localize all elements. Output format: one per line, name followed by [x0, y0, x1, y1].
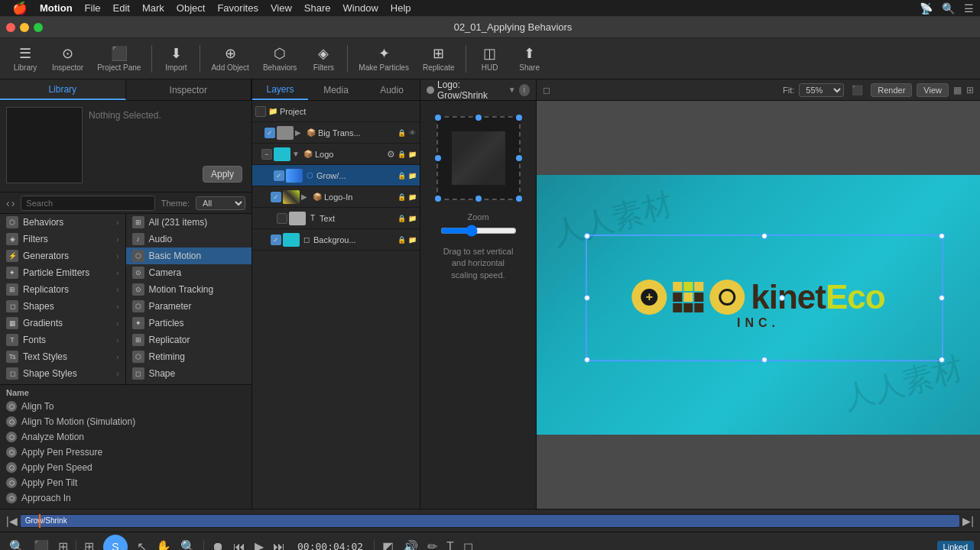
- close-button[interactable]: [6, 23, 15, 32]
- background-visibility-checkbox[interactable]: ✓: [271, 235, 281, 245]
- sel-handle-bc[interactable]: [761, 357, 767, 363]
- name-item-apply-pen-pressure[interactable]: ⬡ Apply Pen Pressure: [6, 445, 245, 460]
- control-point-mr[interactable]: [516, 155, 522, 161]
- bottom-prev-frame-button[interactable]: ⏮: [230, 539, 248, 551]
- list-item-parameter[interactable]: ⬡ Parameter: [126, 298, 252, 315]
- tab-audio[interactable]: Audio: [364, 79, 420, 100]
- timeline-end-button[interactable]: ▶|: [962, 515, 974, 527]
- menu-view[interactable]: View: [264, 0, 298, 17]
- list-item-text-styles[interactable]: Ts Text Styles ›: [0, 348, 125, 365]
- list-item-fonts[interactable]: T Fonts ›: [0, 332, 125, 348]
- list-item-particles[interactable]: ✦ Particles: [126, 315, 252, 332]
- bottom-pencil-button[interactable]: ✏: [424, 538, 440, 550]
- bottom-audio-button[interactable]: 🔊: [400, 538, 421, 550]
- layer-row-logo[interactable]: − ▼ 📦 Logo ⚙ 🔒 📁: [252, 144, 420, 165]
- big-trans-eye-icon[interactable]: 👁: [407, 128, 417, 138]
- control-point-br[interactable]: [516, 196, 522, 202]
- bottom-shape-button[interactable]: ◻: [460, 538, 476, 550]
- big-trans-expand-icon[interactable]: ▶: [295, 128, 304, 137]
- toolbar-share[interactable]: ⬆ Share: [511, 42, 549, 75]
- menu-window[interactable]: Window: [337, 0, 385, 17]
- name-item-apply-pen-speed[interactable]: ⬡ Apply Pen Speed: [6, 460, 245, 475]
- tab-layers[interactable]: Layers: [252, 79, 308, 100]
- menu-motion[interactable]: Motion: [34, 0, 79, 17]
- toolbar-filters[interactable]: ◈ Filters: [304, 42, 342, 75]
- list-item-replicators[interactable]: ⊞ Replicators ›: [0, 281, 125, 298]
- control-point-tl[interactable]: [435, 115, 441, 121]
- view-button[interactable]: View: [917, 83, 949, 97]
- name-item-approach-in[interactable]: ⬡ Approach In: [6, 490, 245, 506]
- list-item-filters[interactable]: ◈ Filters ›: [0, 231, 125, 247]
- big-trans-visibility-checkbox[interactable]: ✓: [264, 128, 275, 138]
- apple-menu[interactable]: 🍎: [6, 0, 34, 17]
- text-visibility-checkbox[interactable]: [277, 213, 287, 224]
- bottom-zoom-canvas-button[interactable]: 🔍: [177, 538, 199, 550]
- behavior-dropdown-icon[interactable]: ▼: [508, 86, 516, 94]
- bottom-hand-button[interactable]: ✋: [153, 538, 174, 550]
- list-item-retiming[interactable]: ⬡ Retiming: [126, 348, 252, 365]
- list-item-motion-tracking[interactable]: ⊙ Motion Tracking: [126, 281, 252, 298]
- list-item-basic-motion[interactable]: ⬡ Basic Motion: [126, 247, 252, 264]
- menu-favorites[interactable]: Favorites: [211, 0, 264, 17]
- toolbar-make-particles[interactable]: ✦ Make Particles: [352, 42, 415, 75]
- bottom-play-button[interactable]: ▶: [251, 538, 267, 550]
- logo-gear-icon[interactable]: ⚙: [387, 149, 395, 160]
- menu-object[interactable]: Object: [170, 0, 212, 17]
- timeline-start-button[interactable]: |◀: [6, 515, 18, 527]
- list-item-generators[interactable]: ⚡ Generators ›: [0, 247, 125, 264]
- layer-row-big-trans[interactable]: ✓ ▶ 📦 Big Trans... 🔒 👁: [252, 122, 420, 144]
- timeline-playhead[interactable]: [39, 514, 41, 528]
- grow-shrink-visibility-checkbox[interactable]: ✓: [274, 170, 284, 181]
- behavior-info-button[interactable]: i: [519, 84, 530, 96]
- bottom-text-button[interactable]: T: [443, 539, 457, 551]
- layer-row-background[interactable]: ✓ ◻ Backgrou... 🔒 📁: [252, 229, 420, 251]
- bottom-next-frame-button[interactable]: ⏭: [270, 539, 288, 551]
- logo-in-expand-icon[interactable]: ▶: [301, 192, 310, 201]
- name-item-apply-pen-tilt[interactable]: ⬡ Apply Pen Tilt: [6, 475, 245, 490]
- control-point-tc[interactable]: [475, 115, 482, 121]
- control-point-tr[interactable]: [516, 115, 522, 121]
- sel-handle-br[interactable]: [939, 357, 945, 363]
- sel-handle-ml[interactable]: [584, 295, 590, 301]
- layer-row-logo-in[interactable]: ✓ ▶ 📦 Logo-In 🔒 📁: [252, 186, 420, 208]
- name-item-align-to[interactable]: ⬡ Align To: [6, 399, 245, 414]
- sel-handle-tl[interactable]: [584, 233, 590, 239]
- logo-in-visibility-checkbox[interactable]: ✓: [271, 192, 281, 202]
- list-item-camera[interactable]: ⊙ Camera: [126, 264, 252, 281]
- search-icon[interactable]: 🔍: [942, 2, 955, 15]
- nav-back-button[interactable]: ‹: [6, 197, 10, 209]
- canvas-main[interactable]: 人人素材 人人素材 +: [537, 101, 980, 509]
- list-item-replicator[interactable]: ⊞ Replicator: [126, 332, 252, 348]
- tab-media[interactable]: Media: [308, 79, 364, 100]
- layer-row-grow-shrink[interactable]: ✓ ⬡ Grow/... 🔒 📁: [252, 165, 420, 186]
- menu-share[interactable]: Share: [298, 0, 337, 17]
- bottom-layout-button[interactable]: ⬛: [31, 538, 52, 550]
- canvas-options-icon[interactable]: ▦: [953, 85, 962, 95]
- toolbar-project-pane[interactable]: ⬛ Project Pane: [91, 42, 147, 75]
- theme-select[interactable]: All Default: [196, 196, 245, 210]
- behavior-preview-box[interactable]: [436, 116, 521, 200]
- menu-help[interactable]: Help: [385, 0, 417, 17]
- layer-row-text[interactable]: T Text 🔒 📁: [252, 208, 420, 229]
- toolbar-hud[interactable]: ◫ HUD: [471, 42, 509, 75]
- logo-visibility-checkbox[interactable]: −: [261, 149, 272, 160]
- tab-inspector[interactable]: Inspector: [126, 79, 252, 100]
- fit-select[interactable]: 55% 50% 100% Fit: [799, 83, 844, 97]
- toolbar-library[interactable]: ☰ Library: [6, 42, 44, 75]
- render-button[interactable]: Render: [871, 83, 912, 97]
- canvas-grid-icon[interactable]: ⊞: [966, 85, 974, 95]
- sel-handle-bl[interactable]: [584, 357, 590, 363]
- toolbar-import[interactable]: ⬇ Import: [157, 42, 195, 75]
- list-item-particle-emitters[interactable]: ✦ Particle Emitters ›: [0, 264, 125, 281]
- timeline-track[interactable]: Grow/Shrink: [21, 514, 960, 528]
- list-item-shape[interactable]: ◻ Shape: [126, 365, 252, 382]
- layer-row-project[interactable]: 📁 Project: [252, 101, 420, 122]
- toolbar-inspector[interactable]: ⊙ Inspector: [46, 42, 89, 75]
- toolbar-add-object[interactable]: ⊕ Add Object: [205, 42, 255, 75]
- list-item-audio[interactable]: ♪ Audio: [126, 231, 252, 247]
- bottom-snap-button[interactable]: ⊞: [81, 538, 97, 550]
- menu-mark[interactable]: Mark: [136, 0, 170, 17]
- bottom-grid-button[interactable]: ⊞: [55, 538, 71, 550]
- tab-library[interactable]: Library: [0, 79, 126, 100]
- bottom-search-button[interactable]: 🔍: [6, 538, 28, 550]
